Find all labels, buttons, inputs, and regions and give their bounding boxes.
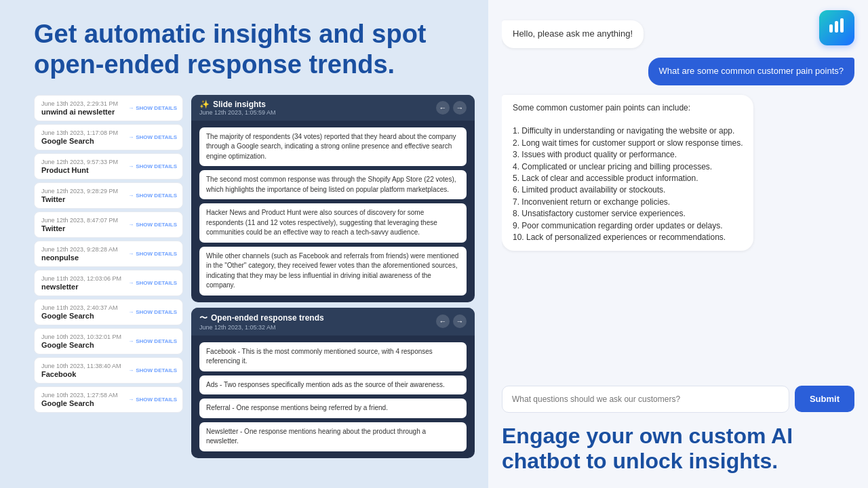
sparkle-icon: ✨ [199, 100, 210, 109]
slide-card-title: ✨ Slide insights [199, 100, 276, 109]
slide-card-nav: ← → [436, 101, 467, 115]
bot-response-bubble: Some common customer pain points can inc… [502, 95, 753, 251]
svg-rect-2 [840, 18, 844, 33]
arrow-icon: → [128, 134, 134, 140]
user-message-bubble: What are some common customer pain point… [648, 58, 854, 85]
show-details-btn[interactable]: → SHOW DETAILS [128, 163, 177, 169]
list-item: June 12th 2023, 9:57:33 PM Product Hunt … [34, 153, 183, 180]
trend-item: Facebook - This is the most commonly men… [199, 342, 467, 371]
open-ended-prev-btn[interactable]: ← [436, 314, 450, 328]
arrow-icon: → [128, 280, 134, 286]
bottom-heading: Engage your own custom AI chatbot to unl… [502, 424, 854, 475]
bot-hello-bubble: Hello, please ask me anything! [502, 20, 644, 48]
trend-item: Referral - One response mentions being r… [199, 399, 467, 418]
open-ended-next-btn[interactable]: → [453, 314, 467, 328]
left-panel: Get automatic insights and spot open-end… [0, 0, 488, 488]
arrow-icon: → [128, 163, 134, 169]
main-heading: Get automatic insights and spot open-end… [34, 19, 475, 80]
insight-item: While other channels (such as Facebook a… [199, 247, 467, 296]
insight-item: The majority of respondents (34 votes) r… [199, 127, 467, 167]
list-item: June 10th 2023, 10:32:01 PM Google Searc… [34, 328, 183, 354]
list-item: June 11th 2023, 2:40:37 AM Google Search… [34, 299, 183, 325]
insights-panel: ✨ Slide insights June 12th 2023, 1:05:59… [191, 95, 475, 474]
open-ended-card-nav: ← → [436, 314, 467, 328]
show-details-btn[interactable]: → SHOW DETAILS [128, 134, 177, 140]
list-item: June 10th 2023, 1:27:58 AM Google Search… [34, 386, 183, 413]
show-details-btn[interactable]: → SHOW DETAILS [128, 367, 177, 373]
arrow-icon: → [128, 192, 134, 199]
list-item: June 13th 2023, 1:17:08 PM Google Search… [34, 124, 183, 150]
svg-rect-0 [829, 24, 833, 33]
open-ended-card-header: 〜 Open-ended response trends June 12th 2… [191, 308, 475, 336]
show-details-btn[interactable]: → SHOW DETAILS [128, 222, 177, 228]
right-panel: Hello, please ask me anything! What are … [488, 0, 868, 488]
trend-item: Newsletter - One response mentions heari… [199, 422, 467, 451]
arrow-icon: → [128, 309, 134, 315]
show-details-btn[interactable]: → SHOW DETAILS [128, 309, 177, 315]
open-ended-card-body: Facebook - This is the most commonly men… [191, 336, 475, 458]
show-details-btn[interactable]: → SHOW DETAILS [128, 280, 177, 286]
arrow-icon: → [128, 367, 134, 373]
chat-area: Hello, please ask me anything! What are … [502, 14, 854, 382]
list-item: June 12th 2023, 9:28:28 AM neonpulse → S… [34, 241, 183, 267]
insight-item: Hacker News and Product Hunt were also s… [199, 203, 467, 243]
arrow-icon: → [128, 251, 134, 257]
show-details-btn[interactable]: → SHOW DETAILS [128, 105, 177, 111]
open-ended-card-date: June 12th 2023, 1:05:32 AM [199, 324, 324, 331]
slide-card-body: The majority of respondents (34 votes) r… [191, 121, 475, 302]
arrow-icon: → [128, 338, 134, 344]
trend-icon: 〜 [199, 312, 208, 324]
arrow-icon: → [128, 396, 134, 403]
list-item: June 12th 2023, 9:28:29 PM Twitter → SHO… [34, 182, 183, 209]
trend-item: Ads - Two responses specifically mention… [199, 375, 467, 395]
list-item: June 11th 2023, 12:03:06 PM newsletter →… [34, 270, 183, 296]
slide-insights-card: ✨ Slide insights June 12th 2023, 1:05:59… [191, 95, 475, 302]
list-item: June 12th 2023, 8:47:07 PM Twitter → SHO… [34, 211, 183, 238]
slide-card-date: June 12th 2023, 1:05:59 AM [199, 109, 276, 116]
submit-button[interactable]: Submit [795, 386, 854, 412]
show-details-btn[interactable]: → SHOW DETAILS [128, 251, 177, 257]
response-list: June 13th 2023, 2:29:31 PM unwind ai new… [34, 95, 183, 474]
insight-item: The second most common response was thro… [199, 170, 467, 199]
show-details-btn[interactable]: → SHOW DETAILS [128, 396, 177, 403]
list-item: June 13th 2023, 2:29:31 PM unwind ai new… [34, 95, 183, 121]
list-item: June 10th 2023, 11:38:40 AM Facebook → S… [34, 357, 183, 384]
content-area: June 13th 2023, 2:29:31 PM unwind ai new… [34, 95, 475, 474]
arrow-icon: → [128, 105, 134, 111]
show-details-btn[interactable]: → SHOW DETAILS [128, 338, 177, 344]
slide-next-btn[interactable]: → [453, 101, 467, 115]
svg-rect-1 [835, 21, 838, 33]
open-ended-card: 〜 Open-ended response trends June 12th 2… [191, 308, 475, 458]
arrow-icon: → [128, 222, 134, 228]
show-details-btn[interactable]: → SHOW DETAILS [128, 192, 177, 199]
chat-input[interactable] [502, 386, 789, 413]
slide-prev-btn[interactable]: ← [436, 101, 450, 115]
logo-badge [819, 10, 854, 45]
open-ended-card-title: 〜 Open-ended response trends [199, 312, 324, 324]
logo-icon [827, 16, 846, 39]
slide-card-header: ✨ Slide insights June 12th 2023, 1:05:59… [191, 95, 475, 121]
chat-input-row: Submit [502, 386, 854, 413]
